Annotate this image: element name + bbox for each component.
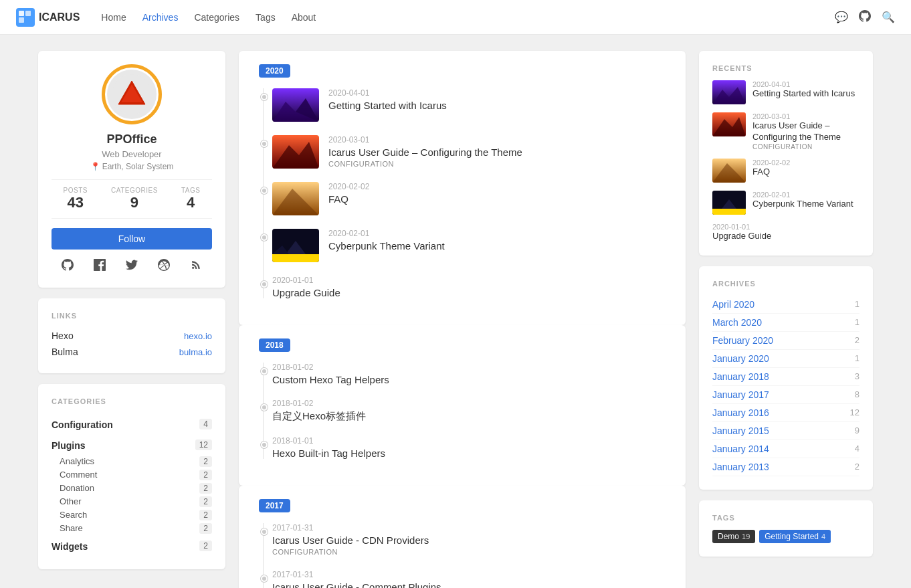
recent-title[interactable]: Upgrade Guide [712, 231, 771, 242]
post-title[interactable]: Icarus User Guide – Configuring the Them… [328, 146, 672, 158]
profile-name: PPOffice [52, 132, 212, 146]
profile-title: Web Developer [52, 149, 212, 159]
post-info: 2018-01-02 Custom Hexo Tag Helpers [272, 363, 672, 385]
follow-button[interactable]: Follow [52, 228, 212, 250]
github-nav-icon-btn[interactable] [859, 10, 871, 25]
recent-thumbnail [712, 191, 746, 215]
recent-title[interactable]: Getting Started with Icarus [752, 88, 855, 100]
facebook-icon[interactable] [94, 259, 106, 274]
comment-icon-btn[interactable]: 💬 [835, 11, 848, 23]
archive-row[interactable]: March 20201 [712, 314, 859, 332]
post-info: 2020-02-02 FAQ [328, 182, 672, 215]
archives-list: April 20201March 20201February 20202Janu… [712, 296, 859, 476]
archive-count: 1 [855, 353, 859, 363]
navbar-actions: 💬 🔍 [835, 10, 895, 25]
rss-icon[interactable] [190, 259, 202, 274]
archive-count: 2 [855, 462, 859, 472]
timeline-dot [261, 187, 268, 194]
categories-card: CATEGORIES Configuration4Plugins12Analyt… [38, 384, 225, 569]
archive-row[interactable]: January 20132 [712, 458, 859, 476]
archives-title: ARCHIVES [712, 280, 859, 288]
category-child-row[interactable]: Share2 [60, 522, 212, 535]
avatar [107, 70, 157, 119]
post-info: 2020-01-01 Upgrade Guide [272, 276, 672, 298]
year-badge: 2020 [259, 64, 290, 78]
post-title[interactable]: Cyberpunk Theme Variant [328, 240, 672, 252]
post-title[interactable]: FAQ [328, 193, 672, 205]
category-parent-count: 12 [195, 439, 212, 450]
post-thumbnail [272, 182, 319, 215]
timeline-item: 2020-01-01 Upgrade Guide [272, 276, 672, 298]
post-thumbnail [272, 135, 319, 169]
archive-row[interactable]: January 20159 [712, 422, 859, 440]
category-child-count: 2 [199, 496, 212, 507]
recent-item: 2020-02-02 FAQ [712, 159, 859, 183]
svg-rect-1 [19, 11, 24, 16]
timeline-dot [261, 528, 268, 535]
category-child-count: 2 [199, 456, 212, 467]
recent-title[interactable]: Cyberpunk Theme Variant [752, 199, 853, 210]
stat-posts: POSTS 43 [64, 187, 88, 211]
tags-list: Demo19Getting Started4 [712, 530, 859, 543]
categories-list: Configuration4Plugins12Analytics2Comment… [52, 413, 212, 556]
recent-date: 2020-04-01 [752, 80, 855, 88]
nav-archives[interactable]: Archives [142, 12, 179, 23]
category-parent-row[interactable]: Plugins12 [52, 434, 212, 455]
category-parent-name: Widgets [52, 537, 88, 554]
twitter-icon[interactable] [126, 259, 138, 274]
archive-row[interactable]: January 20201 [712, 350, 859, 368]
post-title[interactable]: Upgrade Guide [272, 287, 672, 298]
post-info: 2020-03-01 Icarus User Guide – Configuri… [328, 135, 672, 169]
nav-tags[interactable]: Tags [256, 12, 276, 23]
timeline-dot [261, 140, 268, 147]
category-child-count: 2 [199, 483, 212, 494]
nav-about[interactable]: About [292, 12, 316, 23]
nav-home[interactable]: Home [101, 12, 126, 23]
category-child-row[interactable]: Donation2 [60, 482, 212, 495]
link-url[interactable]: bulma.io [179, 347, 212, 357]
category-child-row[interactable]: Other2 [60, 495, 212, 508]
recent-date: 2020-02-02 [752, 159, 790, 167]
link-url[interactable]: hexo.io [184, 331, 212, 341]
post-info: 2020-04-01 Getting Started with Icarus [328, 88, 672, 122]
archive-row[interactable]: January 20178 [712, 386, 859, 404]
post-title[interactable]: Icarus User Guide - CDN Providers [272, 534, 672, 546]
category-child-row[interactable]: Comment2 [60, 468, 212, 482]
archive-row[interactable]: April 20201 [712, 296, 859, 314]
tag-item[interactable]: Demo19 [712, 530, 755, 543]
recent-date: 2020-03-01 [752, 112, 859, 120]
stat-tags: TAGS 4 [181, 187, 200, 211]
archive-row[interactable]: January 201612 [712, 404, 859, 422]
category-parent-row[interactable]: Widgets2 [52, 535, 212, 556]
category-child-name: Share [60, 523, 83, 534]
archive-row[interactable]: January 20183 [712, 368, 859, 386]
category-parent-count: 4 [199, 419, 212, 429]
category-child-row[interactable]: Analytics2 [60, 455, 212, 468]
tag-count: 4 [821, 532, 825, 541]
archive-row[interactable]: February 20202 [712, 332, 859, 350]
archive-row[interactable]: January 20144 [712, 440, 859, 458]
post-title[interactable]: Icarus User Guide - Comment Plugins [272, 581, 672, 588]
archive-count: 3 [855, 371, 859, 381]
post-title[interactable]: 自定义Hexo标签插件 [272, 410, 672, 423]
search-icon-btn[interactable]: 🔍 [882, 11, 895, 23]
year-badge: 2017 [259, 499, 290, 512]
recent-title[interactable]: Icarus User Guide – Configuring the Them… [752, 120, 859, 143]
timeline-item: 2018-01-01 Hexo Built-in Tag Helpers [272, 436, 672, 459]
post-date: 2020-04-01 [328, 88, 672, 98]
brand-logo[interactable]: ICARUS [16, 8, 80, 27]
recent-info: 2020-01-01 Upgrade Guide [712, 223, 771, 242]
post-date: 2018-01-02 [272, 363, 672, 372]
post-title[interactable]: Getting Started with Icarus [328, 100, 672, 111]
category-parent-row[interactable]: Configuration4 [52, 413, 212, 434]
tag-item[interactable]: Getting Started4 [759, 530, 831, 543]
recent-title[interactable]: FAQ [752, 167, 790, 178]
github-icon[interactable] [62, 259, 74, 274]
dribbble-icon[interactable] [158, 259, 170, 274]
category-child-row[interactable]: Search2 [60, 508, 212, 522]
nav-categories[interactable]: Categories [194, 12, 239, 23]
year-section: 2017 2017-01-31 Icarus User Guide - CDN … [239, 486, 686, 588]
post-thumbnail [272, 229, 319, 262]
post-title[interactable]: Custom Hexo Tag Helpers [272, 374, 672, 385]
post-title[interactable]: Hexo Built-in Tag Helpers [272, 448, 672, 459]
